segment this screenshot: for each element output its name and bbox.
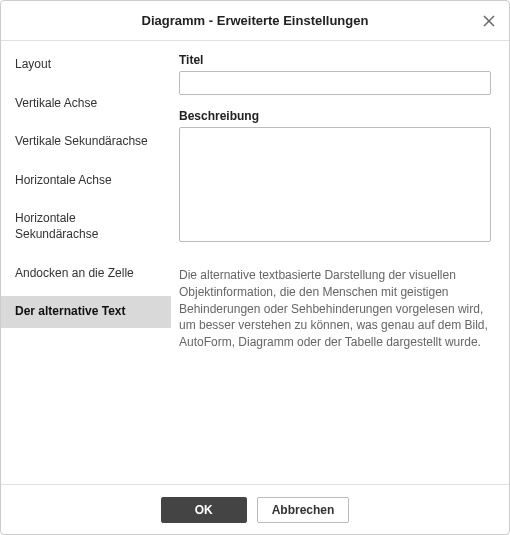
description-textarea[interactable] bbox=[179, 127, 491, 242]
sidebar-item-vertical-secondary-axis[interactable]: Vertikale Sekundärachse bbox=[1, 126, 171, 158]
sidebar-item-alt-text[interactable]: Der alternative Text bbox=[1, 296, 171, 328]
titlebar: Diagramm - Erweiterte Einstellungen bbox=[1, 1, 509, 41]
sidebar-item-vertical-axis[interactable]: Vertikale Achse bbox=[1, 88, 171, 120]
title-section: Titel bbox=[179, 53, 491, 95]
sidebar-item-dock-to-cell[interactable]: Andocken an die Zelle bbox=[1, 258, 171, 290]
cancel-button[interactable]: Abbrechen bbox=[257, 497, 350, 523]
help-text: Die alternative textbasierte Darstellung… bbox=[179, 267, 491, 351]
close-icon bbox=[482, 14, 496, 28]
sidebar-item-label: Layout bbox=[15, 57, 51, 71]
dialog-footer: OK Abbrechen bbox=[1, 484, 509, 534]
sidebar-item-horizontal-axis[interactable]: Horizontale Achse bbox=[1, 165, 171, 197]
dialog-body: Layout Vertikale Achse Vertikale Sekundä… bbox=[1, 41, 509, 484]
dialog: Diagramm - Erweiterte Einstellungen Layo… bbox=[0, 0, 510, 535]
sidebar-item-label: Andocken an die Zelle bbox=[15, 266, 134, 280]
sidebar-item-label: Vertikale Sekundärachse bbox=[15, 134, 148, 148]
content-panel: Titel Beschreibung Die alternative textb… bbox=[171, 41, 509, 484]
sidebar-item-label: Vertikale Achse bbox=[15, 96, 97, 110]
ok-button[interactable]: OK bbox=[161, 497, 247, 523]
sidebar-item-label: Horizontale Sekundärachse bbox=[15, 211, 98, 241]
sidebar: Layout Vertikale Achse Vertikale Sekundä… bbox=[1, 41, 171, 484]
sidebar-item-label: Der alternative Text bbox=[15, 304, 126, 318]
title-input[interactable] bbox=[179, 71, 491, 95]
sidebar-item-label: Horizontale Achse bbox=[15, 173, 112, 187]
sidebar-item-layout[interactable]: Layout bbox=[1, 49, 171, 81]
title-label: Titel bbox=[179, 53, 491, 67]
description-section: Beschreibung bbox=[179, 109, 491, 245]
dialog-title: Diagramm - Erweiterte Einstellungen bbox=[142, 13, 369, 28]
sidebar-item-horizontal-secondary-axis[interactable]: Horizontale Sekundärachse bbox=[1, 203, 171, 250]
description-label: Beschreibung bbox=[179, 109, 491, 123]
close-button[interactable] bbox=[479, 11, 499, 31]
